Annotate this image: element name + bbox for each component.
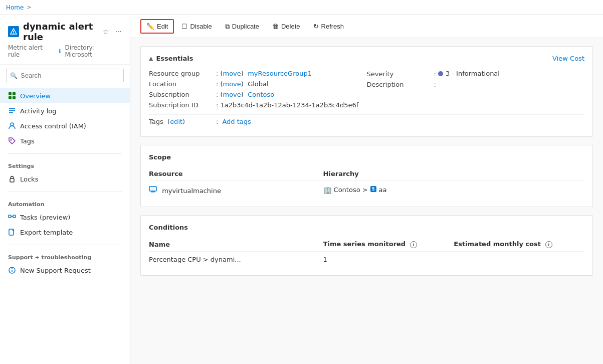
sidebar-item-locks[interactable]: Locks — [0, 171, 130, 187]
tasks-icon — [8, 213, 16, 221]
description-value: - — [438, 81, 441, 88]
essentials-left-col: Resource group : (move) myResourceGroup1… — [149, 68, 367, 110]
sidebar: dynamic alert rule ☆ ··· Metric alert ru… — [0, 15, 130, 364]
subscription-name-link[interactable]: Contoso — [248, 91, 274, 98]
subscription-id-row: Subscription ID : 1a2b3c4d-1a2b-12ab-123… — [149, 100, 367, 110]
delete-label: Delete — [281, 23, 300, 30]
nav-divider-3 — [8, 245, 122, 245]
delete-button[interactable]: 🗑 Delete — [267, 20, 306, 33]
essentials-right-col: Severity : 3 - Informational Description — [367, 68, 585, 110]
search-container: 🔍 — [6, 69, 124, 82]
description-label: Description — [367, 81, 432, 88]
more-icon[interactable]: ··· — [115, 28, 122, 36]
sidebar-item-access-control[interactable]: Access control (IAM) — [0, 118, 130, 133]
subscription-move-link[interactable]: move — [223, 91, 241, 98]
condition-time-series-cell: 1 — [323, 252, 454, 268]
settings-section-title: Settings — [0, 159, 130, 171]
conditions-row: Percentage CPU > dynami... 1 — [149, 252, 584, 268]
activity-log-label: Activity log — [20, 107, 57, 115]
scope-resource-cell: myvirtualmachine — [149, 181, 323, 199]
location-label: Location — [149, 80, 214, 88]
refresh-label: Refresh — [321, 23, 344, 30]
essentials-toggle[interactable]: ▲ — [149, 55, 153, 62]
condition-cost-cell — [454, 252, 584, 268]
scope-row: myvirtualmachine 🏢 Contoso > S — [149, 181, 584, 199]
disable-button[interactable]: ☐ Disable — [176, 20, 217, 33]
duplicate-label: Duplicate — [232, 23, 259, 30]
tags-icon — [8, 137, 16, 145]
subscription-value: (move) Contoso — [220, 91, 274, 98]
time-series-info-icon[interactable]: i — [410, 241, 417, 248]
edit-button[interactable]: ✏️ Edit — [140, 19, 174, 34]
scope-card: Scope Resource Hierarchy — [140, 145, 593, 207]
access-control-icon — [8, 122, 16, 130]
refresh-button[interactable]: ↻ Refresh — [308, 20, 350, 33]
tasks-label: Tasks (preview) — [20, 214, 70, 221]
conditions-cost-col: Estimated monthly cost i — [454, 237, 584, 252]
resource-group-name-link[interactable]: myResourceGroup1 — [248, 70, 312, 77]
scope-hierarchy-cell: 🏢 Contoso > S aa — [323, 181, 584, 199]
star-icon[interactable]: ☆ — [103, 28, 109, 36]
sidebar-item-tags[interactable]: Tags — [0, 133, 130, 148]
duplicate-icon: ⧉ — [225, 23, 230, 31]
sidebar-item-activity-log[interactable]: Activity log — [0, 103, 130, 118]
view-cost-link[interactable]: View Cost — [552, 55, 584, 62]
resource-group-move-link[interactable]: move — [223, 70, 241, 77]
hierarchy-item: 🏢 Contoso > S aa — [323, 186, 387, 194]
refresh-icon: ↻ — [313, 23, 319, 30]
sidebar-item-overview[interactable]: Overview — [0, 88, 130, 103]
search-input[interactable] — [6, 69, 124, 82]
severity-row: Severity : 3 - Informational — [367, 68, 585, 79]
severity-badge: 3 - Informational — [438, 70, 500, 77]
disable-label: Disable — [190, 23, 212, 30]
scope-hierarchy-col-header: Hierarchy — [323, 167, 584, 181]
svg-rect-0 — [13, 31, 14, 33]
svg-text:S: S — [372, 187, 375, 192]
support-icon — [8, 266, 16, 274]
svg-rect-1 — [13, 33, 14, 34]
tenant-icon: 🏢 — [323, 186, 332, 194]
add-tags-link[interactable]: Add tags — [222, 118, 251, 125]
sidebar-item-new-support-request[interactable]: New Support Request — [0, 263, 130, 278]
scope-table: Resource Hierarchy myvirtualmachine — [149, 167, 584, 199]
search-icon: 🔍 — [10, 72, 18, 79]
location-row: Location : (move) Global — [149, 79, 367, 89]
tags-label: Tags — [20, 137, 35, 145]
disable-icon: ☐ — [181, 23, 187, 30]
subscription-id-value: 1a2b3c4d-1a2b-12ab-1234-1a2b3c4d5e6f — [220, 101, 358, 109]
scope-resource-name: myvirtualmachine — [162, 187, 221, 195]
subscription-icon: S — [370, 186, 377, 194]
edit-label: Edit — [157, 23, 168, 30]
description-row: Description : - — [367, 79, 585, 90]
subscription-label: Subscription — [149, 91, 214, 98]
svg-point-10 — [11, 139, 12, 141]
svg-point-9 — [11, 123, 14, 126]
tags-label: Tags (edit) — [149, 118, 214, 125]
tags-edit-link[interactable]: edit — [170, 118, 182, 125]
svg-rect-2 — [9, 92, 12, 95]
hierarchy-sub: aa — [379, 186, 387, 194]
duplicate-button[interactable]: ⧉ Duplicate — [220, 20, 265, 34]
delete-icon: 🗑 — [272, 23, 279, 30]
scope-title: Scope — [149, 153, 171, 161]
breadcrumb-separator: > — [27, 4, 31, 11]
sidebar-item-export-template[interactable]: Export template — [0, 225, 130, 240]
nav-section-settings: Settings Locks — [0, 157, 130, 189]
location-move-link[interactable]: move — [223, 80, 241, 88]
scope-header: Scope — [149, 153, 584, 161]
severity-label: Severity — [367, 70, 432, 78]
sidebar-item-tasks[interactable]: Tasks (preview) — [0, 210, 130, 225]
conditions-title: Conditions — [149, 224, 188, 231]
condition-name-cell: Percentage CPU > dynami... — [149, 252, 323, 268]
essentials-title-row: ▲ Essentials — [149, 55, 193, 62]
breadcrumb-home[interactable]: Home — [6, 4, 24, 11]
nav-section-main: Overview Activity log Access control (IA… — [0, 86, 130, 150]
export-icon — [8, 228, 16, 236]
location-value: (move) Global — [220, 80, 268, 88]
resource-group-value: (move) myResourceGroup1 — [220, 70, 312, 77]
subscription-row: Subscription : (move) Contoso — [149, 89, 367, 100]
cost-info-icon[interactable]: i — [545, 241, 552, 248]
directory-label: Directory: Microsoft — [65, 44, 122, 58]
svg-point-17 — [12, 268, 13, 269]
conditions-header: Conditions — [149, 224, 584, 231]
